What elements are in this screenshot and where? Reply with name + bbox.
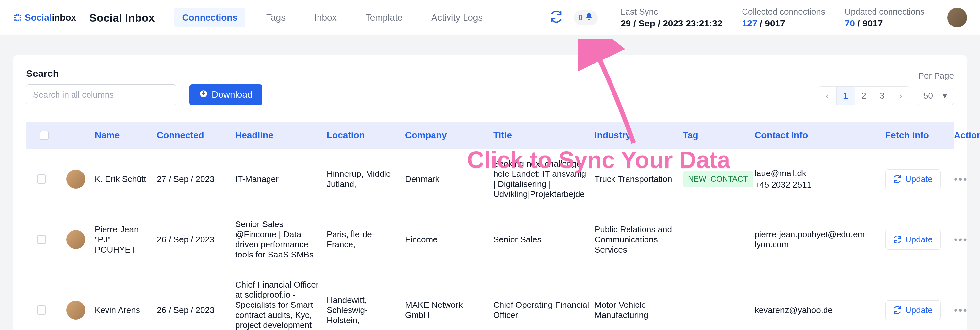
col-tag: Tag [683, 130, 755, 140]
logo[interactable]: Socialinbox [13, 13, 76, 23]
col-headline[interactable]: Headline [235, 130, 327, 140]
cell-name: Kevin Arens [95, 305, 157, 315]
stat-value: 70 / 9017 [845, 18, 924, 29]
col-name[interactable]: Name [95, 130, 157, 140]
table-row: Kevin Arens 26 / Sep / 2023 Chief Financ… [26, 270, 954, 330]
table-row: Pierre-Jean "PJ" POUHYET 26 / Sep / 2023… [26, 209, 954, 270]
contact-phone: +45 2032 2511 [755, 180, 880, 190]
cell-location: Hinnerup, Middle Jutland, [327, 169, 405, 189]
page-2[interactable]: 2 [855, 86, 873, 105]
header-stats: Last Sync 29 / Sep / 2023 23:21:32 Colle… [620, 7, 924, 29]
row-avatar[interactable] [66, 301, 85, 320]
cell-headline: IT-Manager [235, 174, 327, 184]
nav-activity-logs[interactable]: Activity Logs [423, 8, 490, 27]
cell-company: MAKE Network GmbH [405, 300, 493, 320]
cell-headline: Chief Financial Officer at solidproof.io… [235, 280, 327, 330]
download-icon [199, 89, 208, 100]
stat-last-sync: Last Sync 29 / Sep / 2023 23:21:32 [620, 7, 722, 29]
nav-inbox[interactable]: Inbox [306, 8, 345, 27]
cell-connected: 26 / Sep / 2023 [157, 234, 235, 245]
cell-contact: pierre-jean.pouhyet@edu.em-lyon.com [755, 230, 885, 250]
logo-icon [13, 13, 22, 22]
col-industry[interactable]: Industry [595, 130, 683, 140]
stat-label: Collected connections [742, 7, 825, 17]
stat-value: 127 / 9017 [742, 18, 825, 29]
update-button[interactable]: Update [885, 300, 941, 320]
more-actions-button[interactable]: ••• [954, 304, 980, 316]
notification-badge[interactable]: 0 [574, 10, 598, 25]
update-button[interactable]: Update [885, 169, 941, 189]
refresh-icon [893, 306, 901, 314]
stat-collected: Collected connections 127 / 9017 [742, 7, 825, 29]
table-row: K. Erik Schütt 27 / Sep / 2023 IT-Manage… [26, 149, 954, 209]
tag-pill: NEW_CONTACT [683, 171, 753, 187]
cell-contact: kevarenz@yahoo.de [755, 305, 885, 315]
download-button[interactable]: Download [189, 84, 262, 105]
more-actions-button[interactable]: ••• [954, 173, 980, 185]
col-connected[interactable]: Connected [157, 130, 235, 140]
col-fetch: Fetch info [885, 130, 954, 140]
chevron-down-icon: ▾ [943, 91, 947, 101]
cell-location: Paris, Île-de-France, [327, 230, 405, 250]
refresh-icon [893, 175, 901, 183]
col-actions: Actions [954, 130, 980, 140]
search-input[interactable] [26, 84, 177, 105]
row-avatar[interactable] [66, 230, 85, 249]
user-avatar[interactable] [947, 8, 967, 27]
per-page-select[interactable]: 50 ▾ [916, 86, 954, 105]
contact-email: laue@mail.dk [755, 168, 880, 179]
row-checkbox[interactable] [37, 235, 46, 244]
stat-label: Last Sync [620, 7, 722, 17]
pagination: ‹ 1 2 3 › [818, 86, 910, 105]
cell-name: K. Erik Schütt [95, 174, 157, 184]
stat-value: 29 / Sep / 2023 23:21:32 [620, 18, 722, 29]
notification-count: 0 [579, 13, 583, 22]
page-title: Social Inbox [89, 11, 154, 24]
per-page-label: Per Page [919, 71, 954, 81]
cell-industry: Motor Vehicle Manufacturing [595, 300, 683, 320]
logo-text-prefix: Social [25, 13, 52, 22]
refresh-icon [893, 236, 901, 244]
table-header: Name Connected Headline Location Company… [26, 121, 954, 149]
page-next[interactable]: › [891, 86, 910, 105]
cell-name: Pierre-Jean "PJ" POUHYET [95, 225, 157, 255]
row-avatar[interactable] [66, 170, 85, 188]
cell-tag: NEW_CONTACT [683, 171, 755, 187]
update-button[interactable]: Update [885, 230, 941, 250]
page-prev[interactable]: ‹ [818, 86, 837, 105]
stat-updated: Updated connections 70 / 9017 [845, 7, 924, 29]
row-checkbox[interactable] [37, 306, 46, 315]
search-label: Search [26, 68, 177, 79]
page-3[interactable]: 3 [873, 86, 891, 105]
cell-connected: 26 / Sep / 2023 [157, 305, 235, 315]
cell-contact: laue@mail.dk +45 2032 2511 [755, 168, 885, 190]
logo-text-suffix: inbox [52, 13, 76, 22]
col-contact[interactable]: Contact Info [755, 130, 885, 140]
nav-connections[interactable]: Connections [174, 8, 245, 27]
main-panel: Search Download Per Page ‹ 1 2 3 › [13, 55, 967, 330]
nav-tags[interactable]: Tags [258, 8, 293, 27]
col-title[interactable]: Title [493, 130, 595, 140]
cell-location: Handewitt, Schleswig-Holstein, [327, 295, 405, 325]
cell-industry: Truck Transportation [595, 174, 683, 184]
page-1[interactable]: 1 [837, 86, 855, 105]
cell-headline: Senior Sales @Fincome | Data-driven perf… [235, 219, 327, 260]
more-actions-button[interactable]: ••• [954, 234, 980, 246]
cell-connected: 27 / Sep / 2023 [157, 174, 235, 184]
row-checkbox[interactable] [37, 174, 46, 183]
col-location[interactable]: Location [327, 130, 405, 140]
cell-title: Chief Operating Financial Officer [493, 300, 595, 320]
nav-template[interactable]: Template [358, 8, 410, 27]
connections-table: Name Connected Headline Location Company… [26, 121, 954, 330]
sync-button[interactable] [549, 9, 564, 27]
contact-email: pierre-jean.pouhyet@edu.em-lyon.com [755, 230, 880, 250]
col-company[interactable]: Company [405, 130, 493, 140]
cell-title: Senior Sales [493, 234, 595, 245]
cell-company: Denmark [405, 174, 493, 184]
select-all-checkbox[interactable] [40, 131, 49, 140]
top-bar: Socialinbox Social Inbox Connections Tag… [0, 0, 980, 35]
stat-label: Updated connections [845, 7, 924, 17]
cell-company: Fincome [405, 234, 493, 245]
cell-industry: Public Relations and Communications Serv… [595, 225, 683, 255]
cell-title: Seeking next challenge hele Landet: IT a… [493, 159, 595, 199]
